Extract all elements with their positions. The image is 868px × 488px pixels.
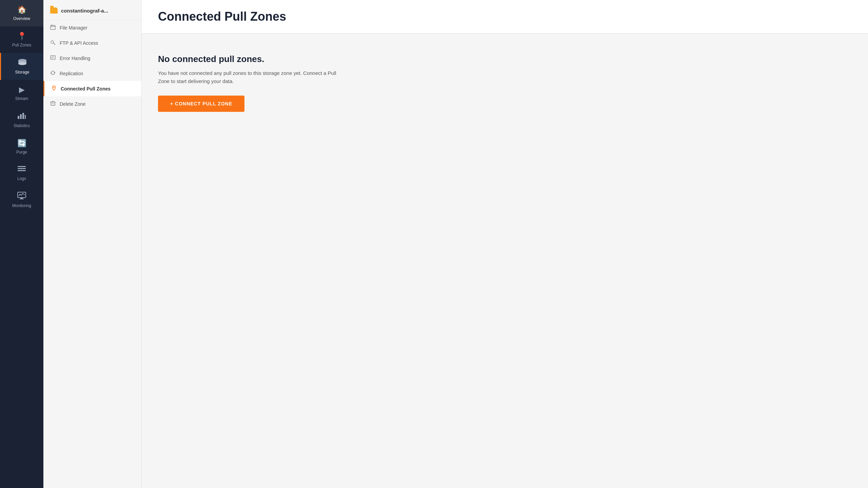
- sidebar-label-stream: Stream: [15, 96, 28, 101]
- sidebar-label-statistics: Statistics: [14, 123, 30, 128]
- sidebar-item-overview[interactable]: 🏠 Overview: [0, 0, 43, 26]
- svg-marker-24: [54, 72, 56, 73]
- connect-pull-zone-button[interactable]: + CONNECT PULL ZONE: [158, 96, 244, 112]
- replication-icon: [50, 70, 56, 77]
- main-content: Connected Pull Zones No connected pull z…: [142, 0, 868, 488]
- pin-icon: 📍: [17, 32, 26, 41]
- trash-icon: [50, 101, 56, 107]
- main-header: Connected Pull Zones: [142, 0, 868, 34]
- sub-nav-delete-zone[interactable]: Delete Zone: [43, 96, 141, 111]
- svg-rect-5: [18, 116, 19, 119]
- sidebar-label-monitoring: Monitoring: [12, 203, 31, 208]
- main-body: No connected pull zones. You have not co…: [142, 34, 868, 488]
- sidebar-item-pull-zones[interactable]: 📍 Pull Zones: [0, 26, 43, 53]
- sidebar-label-logs: Logs: [17, 176, 26, 181]
- sidebar-label-overview: Overview: [13, 16, 30, 21]
- svg-point-26: [53, 87, 55, 88]
- folder-icon: [50, 7, 58, 14]
- svg-marker-25: [50, 73, 52, 74]
- home-icon: 🏠: [17, 5, 26, 14]
- svg-rect-7: [22, 113, 24, 119]
- statistics-icon: [17, 112, 26, 121]
- sub-nav-file-manager[interactable]: File Manager: [43, 20, 141, 35]
- sidebar-item-statistics[interactable]: Statistics: [0, 106, 43, 134]
- error-icon: [50, 55, 56, 61]
- page-title: Connected Pull Zones: [158, 9, 852, 24]
- sidebar-label-purge: Purge: [16, 150, 27, 155]
- key-icon: [50, 40, 56, 46]
- svg-rect-13: [21, 198, 23, 199]
- svg-rect-10: [18, 168, 26, 169]
- svg-rect-16: [51, 25, 53, 26]
- sidebar-item-stream[interactable]: ▶ Stream: [0, 80, 43, 106]
- storage-icon: [18, 58, 27, 68]
- sidebar-item-logs[interactable]: Logs: [0, 160, 43, 186]
- stream-icon: ▶: [19, 85, 25, 94]
- purge-icon: 🔄: [17, 139, 26, 148]
- logs-icon: [18, 165, 26, 174]
- sidebar-label-storage: Storage: [15, 70, 29, 75]
- svg-rect-14: [20, 199, 24, 199]
- monitoring-icon: [17, 192, 26, 201]
- sub-nav-label-replication: Replication: [60, 71, 83, 76]
- sub-nav-label-delete-zone: Delete Zone: [60, 101, 85, 107]
- sub-nav-ftp-api[interactable]: FTP & API Access: [43, 35, 141, 50]
- location-pin-icon: [51, 85, 57, 92]
- sidebar-label-pull-zones: Pull Zones: [12, 43, 32, 47]
- svg-rect-27: [51, 102, 55, 105]
- svg-rect-11: [18, 170, 26, 171]
- empty-state-description: You have not connected any pull zones to…: [158, 69, 348, 85]
- empty-state-title: No connected pull zones.: [158, 54, 852, 64]
- sub-sidebar: constantinograf-a... File Manager FTP & …: [43, 0, 142, 488]
- svg-rect-8: [25, 115, 26, 119]
- svg-rect-6: [20, 114, 22, 119]
- svg-rect-15: [51, 25, 55, 29]
- sub-nav-error-handling[interactable]: Error Handling: [43, 50, 141, 66]
- sidebar-item-monitoring[interactable]: Monitoring: [0, 186, 43, 214]
- svg-point-17: [51, 41, 54, 43]
- sidebar-nav: 🏠 Overview 📍 Pull Zones Storage ▶ Stream: [0, 0, 43, 488]
- sub-nav-label-error-handling: Error Handling: [60, 56, 90, 61]
- storage-zone-name: constantinograf-a...: [61, 8, 108, 14]
- sub-nav-replication[interactable]: Replication: [43, 66, 141, 81]
- file-manager-icon: [50, 24, 56, 31]
- sub-nav-label-connected-pull-zones: Connected Pull Zones: [61, 86, 111, 92]
- svg-rect-9: [18, 166, 26, 167]
- svg-rect-21: [51, 56, 55, 59]
- sidebar-item-storage[interactable]: Storage: [0, 53, 43, 80]
- sub-sidebar-header: constantinograf-a...: [43, 0, 141, 20]
- svg-point-4: [18, 62, 26, 65]
- sub-nav-connected-pull-zones[interactable]: Connected Pull Zones: [43, 81, 141, 96]
- sub-nav-label-file-manager: File Manager: [60, 25, 87, 30]
- sidebar-item-purge[interactable]: 🔄 Purge: [0, 134, 43, 160]
- sub-nav-label-ftp-api: FTP & API Access: [60, 40, 98, 46]
